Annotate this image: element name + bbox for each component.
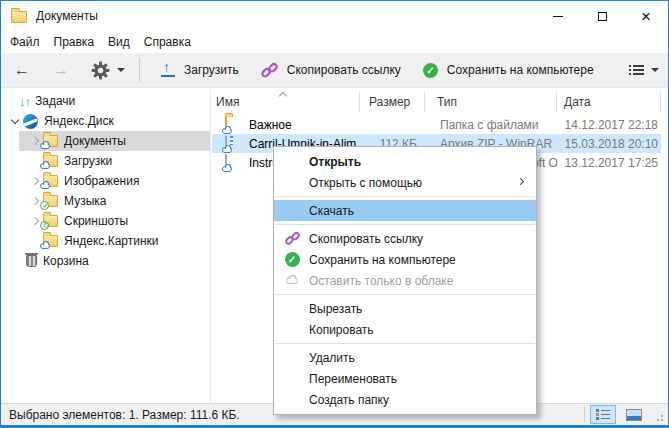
sidebar-item-screenshots[interactable]: Скриншоты (1, 211, 210, 231)
close-icon: × (641, 8, 651, 25)
sidebar-item-yandex-disk[interactable]: Яндекс.Диск (1, 111, 210, 131)
context-menu-copy[interactable]: Копировать (274, 319, 536, 340)
sidebar-tree: ↓↑ Задачи Яндекс.Диск Документы Загрузки (1, 89, 211, 403)
maximize-icon (598, 12, 607, 21)
chevron-down-icon[interactable] (7, 113, 23, 129)
upload-label: Загрузить (184, 63, 239, 77)
window-title: Документы (36, 9, 536, 23)
back-button[interactable]: ← (14, 62, 30, 78)
thumbnail-view-icon (626, 409, 642, 421)
submenu-arrow-icon (517, 178, 524, 185)
view-dropdown-icon[interactable] (651, 68, 659, 72)
folder-syncing-icon (43, 215, 58, 227)
close-button[interactable]: × (624, 1, 668, 31)
check-circle-icon (283, 252, 301, 267)
copy-link-label: Скопировать ссылку (287, 63, 401, 77)
context-menu-open-with[interactable]: Открыть с помощью (274, 172, 536, 193)
cloud-badge-icon (222, 128, 232, 134)
context-menu-rename[interactable]: Переименовать (274, 368, 536, 389)
context-menu-copy-link[interactable]: Скопировать ссылку (274, 228, 536, 249)
toolbar: ← → Загрузить (1, 53, 668, 88)
column-header-name[interactable]: Имя (216, 95, 239, 109)
column-header-date[interactable]: Дата (564, 95, 591, 109)
cloud-badge-icon (222, 166, 232, 172)
sidebar-item-images[interactable]: Изображения (1, 171, 210, 191)
context-menu-cut[interactable]: Вырезать (274, 298, 536, 319)
menu-separator (275, 343, 535, 344)
check-badge-icon (40, 201, 49, 210)
cloud-badge-icon (222, 147, 232, 153)
menu-view[interactable]: Вид (101, 32, 137, 52)
sidebar-item-yandex-pictures[interactable]: Яндекс.Картинки (1, 231, 210, 251)
settings-button[interactable] (91, 61, 125, 80)
folder-cloud-icon (43, 235, 58, 247)
copy-link-button[interactable]: Скопировать ссылку (250, 55, 412, 85)
file-list-header: Имя Размер Тип Дата (212, 89, 669, 114)
cloud-badge-icon (40, 183, 50, 189)
menu-edit[interactable]: Правка (47, 32, 102, 52)
menu-file[interactable]: Файл (3, 32, 47, 52)
folder-cloud-icon (225, 117, 227, 131)
yandex-disk-logo (23, 114, 38, 129)
upload-icon (161, 62, 175, 78)
cloud-badge-icon (40, 143, 50, 149)
context-menu-open[interactable]: Открыть (274, 151, 536, 172)
document-file-icon (225, 155, 227, 169)
context-menu: Открыть Открыть с помощью Скачать Скопир… (273, 146, 537, 415)
menu-separator (275, 224, 535, 225)
selection-status-text: Выбрано элементов: 1. Размер: 111.6 КБ. (1, 408, 240, 422)
column-header-type[interactable]: Тип (437, 95, 457, 109)
maximize-button[interactable] (580, 1, 624, 31)
sidebar-item-downloads[interactable]: Загрузки (1, 151, 210, 171)
folder-synced-icon (43, 195, 58, 207)
context-menu-download[interactable]: Скачать (274, 200, 536, 221)
link-icon (283, 231, 301, 246)
check-circle-icon (423, 63, 438, 78)
gear-icon (91, 61, 110, 80)
sort-ascending-icon (280, 91, 287, 98)
save-label: Сохранить на компьютере (447, 63, 594, 77)
sidebar-item-music[interactable]: Музыка (1, 191, 210, 211)
context-menu-save-to-computer[interactable]: Сохранить на компьютере (274, 249, 536, 270)
titlebar[interactable]: Документы × (1, 1, 668, 31)
folder-cloud-icon (43, 135, 58, 147)
menu-help[interactable]: Справка (137, 32, 198, 52)
window-folder-icon (11, 11, 27, 23)
forward-button: → (53, 62, 69, 78)
trash-icon (26, 255, 37, 267)
link-icon (261, 62, 278, 79)
folder-cloud-icon (43, 155, 58, 167)
file-row-folder[interactable]: Важное Папка с файлами 14.12.2017 22:18 (212, 115, 661, 134)
statusbar-separator (584, 407, 585, 422)
context-menu-delete[interactable]: Удалить (274, 347, 536, 368)
thumbnail-view-button[interactable] (621, 405, 647, 424)
toolbar-separator (139, 58, 140, 82)
resize-grip[interactable] (653, 411, 665, 423)
settings-dropdown-icon[interactable] (117, 68, 125, 72)
cloud-icon (283, 273, 301, 284)
column-header-size[interactable]: Размер (369, 95, 410, 109)
sidebar-item-documents[interactable]: Документы (1, 131, 210, 151)
details-view-icon (596, 409, 610, 420)
menubar: Файл Правка Вид Справка (1, 31, 668, 53)
folder-cloud-icon (43, 175, 58, 187)
cloud-badge-icon (40, 243, 50, 249)
minimize-icon (553, 16, 563, 17)
save-to-computer-button[interactable]: Сохранить на компьютере (412, 55, 605, 85)
minimize-button[interactable] (536, 1, 580, 31)
upload-button[interactable]: Загрузить (150, 55, 250, 85)
zip-file-icon (225, 136, 227, 150)
menu-separator (275, 196, 535, 197)
details-view-button[interactable] (590, 405, 616, 424)
menu-separator (275, 294, 535, 295)
view-mode-button[interactable] (629, 65, 659, 75)
sync-badge-icon (40, 221, 49, 230)
context-menu-new-folder[interactable]: Создать папку (274, 389, 536, 410)
app-window: Документы × Файл Правка Вид Справка ← → (0, 0, 669, 428)
context-menu-keep-in-cloud: Оставить только в облаке (274, 270, 536, 291)
sidebar-item-trash[interactable]: Корзина (1, 251, 210, 271)
list-view-icon (629, 65, 644, 75)
sidebar-item-tasks[interactable]: ↓↑ Задачи (1, 91, 210, 111)
cloud-badge-icon (40, 163, 50, 169)
